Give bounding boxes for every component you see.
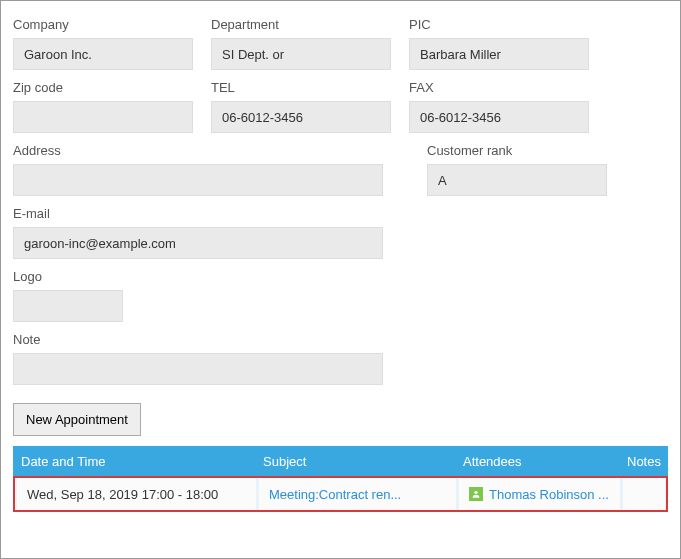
td-subject[interactable]: Meeting:Contract ren... [259, 478, 457, 510]
field-address: Address [13, 137, 383, 196]
th-notes: Notes [619, 454, 668, 469]
label-tel: TEL [211, 80, 391, 95]
link-attendee[interactable]: Thomas Robinson ... [489, 487, 609, 502]
td-notes [623, 478, 666, 510]
field-email: E-mail garoon-inc@example.com [13, 200, 383, 259]
value-fax: 06-6012-3456 [420, 110, 501, 125]
td-attendees[interactable]: Thomas Robinson ... [459, 478, 621, 510]
svg-point-0 [474, 491, 477, 494]
input-tel[interactable]: 06-6012-3456 [211, 101, 391, 133]
label-fax: FAX [409, 80, 589, 95]
field-rank: Customer rank A [427, 137, 607, 196]
label-note: Note [13, 332, 383, 347]
field-fax: FAX 06-6012-3456 [409, 74, 589, 133]
field-zip: Zip code [13, 74, 193, 133]
input-department[interactable]: SI Dept. or [211, 38, 391, 70]
input-email[interactable]: garoon-inc@example.com [13, 227, 383, 259]
th-subject: Subject [255, 454, 455, 469]
form-area: Company Garoon Inc. Department SI Dept. … [13, 11, 668, 436]
value-email: garoon-inc@example.com [24, 236, 176, 251]
label-address: Address [13, 143, 383, 158]
table-row[interactable]: Wed, Sep 18, 2019 17:00 - 18:00 Meeting:… [13, 476, 668, 512]
input-address[interactable] [13, 164, 383, 196]
value-company: Garoon Inc. [24, 47, 92, 62]
input-zip[interactable] [13, 101, 193, 133]
field-logo: Logo [13, 263, 123, 322]
field-department: Department SI Dept. or [211, 11, 391, 70]
label-rank: Customer rank [427, 143, 607, 158]
value-rank: A [438, 173, 447, 188]
user-icon [469, 487, 483, 501]
label-logo: Logo [13, 269, 123, 284]
value-tel: 06-6012-3456 [222, 110, 303, 125]
field-company: Company Garoon Inc. [13, 11, 193, 70]
field-tel: TEL 06-6012-3456 [211, 74, 391, 133]
appointment-table: Date and Time Subject Attendees Notes We… [13, 446, 668, 512]
input-pic[interactable]: Barbara Miller [409, 38, 589, 70]
label-pic: PIC [409, 17, 589, 32]
cell-datetime: Wed, Sep 18, 2019 17:00 - 18:00 [27, 487, 218, 502]
label-company: Company [13, 17, 193, 32]
link-subject[interactable]: Meeting:Contract ren... [269, 487, 401, 502]
value-pic: Barbara Miller [420, 47, 501, 62]
field-pic: PIC Barbara Miller [409, 11, 589, 70]
new-appointment-button[interactable]: New Appointment [13, 403, 141, 436]
label-zip: Zip code [13, 80, 193, 95]
td-datetime: Wed, Sep 18, 2019 17:00 - 18:00 [17, 478, 257, 510]
input-company[interactable]: Garoon Inc. [13, 38, 193, 70]
field-note: Note [13, 326, 383, 385]
input-rank[interactable]: A [427, 164, 607, 196]
input-note[interactable] [13, 353, 383, 385]
value-department: SI Dept. or [222, 47, 284, 62]
table-header: Date and Time Subject Attendees Notes [13, 446, 668, 476]
input-logo[interactable] [13, 290, 123, 322]
label-email: E-mail [13, 206, 383, 221]
input-fax[interactable]: 06-6012-3456 [409, 101, 589, 133]
label-department: Department [211, 17, 391, 32]
th-attendees: Attendees [455, 454, 619, 469]
th-datetime: Date and Time [13, 454, 255, 469]
